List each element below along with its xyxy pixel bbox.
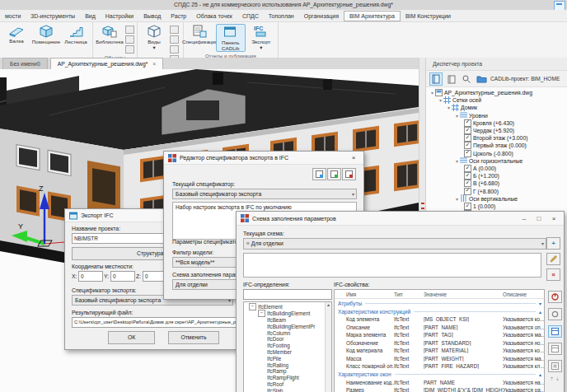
column-header-Тип[interactable]: Тип xyxy=(394,292,424,297)
collapse-icon[interactable]: − xyxy=(258,310,265,317)
mini-tool-icon[interactable] xyxy=(125,45,134,54)
ifc-tree-item-IfcDoor[interactable]: IfcDoor xyxy=(246,336,331,343)
result-file-input[interactable]: C:\Users\cpr_user\Desktop\Работа\Домик д… xyxy=(72,317,238,328)
collapse-icon[interactable]: ▴ xyxy=(539,371,541,377)
ribbon-button-Спецификации[interactable]: Спецификации xyxy=(186,24,214,45)
ifc-tree-item-IfcBeam[interactable]: IfcBeam xyxy=(246,317,331,324)
column-header-Значение[interactable]: Значение xyxy=(424,292,503,297)
chevron-down-icon[interactable]: ▾ xyxy=(439,97,442,103)
visibility-checkbox[interactable] xyxy=(464,165,471,172)
ifc-properties-table[interactable]: ИмяТипЗначениеОписаниеАтрибуты▾Характери… xyxy=(334,289,545,392)
menu-item-Растр[interactable]: Растр xyxy=(166,11,191,21)
ifc-definitions-tree[interactable]: −IfcElement−IfcBuildingElementIfcBeamIfc… xyxy=(243,301,332,392)
delete-property-icon[interactable] xyxy=(548,360,562,372)
edit-property-icon[interactable] xyxy=(548,343,562,355)
property-row-Марка элемента[interactable]: Марка элементаIfcText[PART_TAG]Указывает… xyxy=(335,331,544,339)
visibility-checkbox[interactable] xyxy=(464,134,471,142)
chevron-down-icon[interactable]: ▾ xyxy=(456,196,458,202)
chevron-down-icon[interactable]: ▾ xyxy=(456,158,458,164)
definitions-search-input[interactable] xyxy=(243,289,332,300)
search-icon[interactable] xyxy=(461,73,472,85)
tree-row-Уровни[interactable]: ▾Уровни xyxy=(456,112,488,119)
scheme-dialog-titlebar[interactable]: Схема заполнения параметров – □ × xyxy=(237,212,564,226)
tree-row-Первый этаж (0.000)[interactable]: Первый этаж (0.000) xyxy=(464,142,527,149)
tree-row-Оси горизонтальные[interactable]: ▾Оси горизонтальные xyxy=(456,157,522,165)
ifc-tree-item-IfcColumn[interactable]: IfcColumn xyxy=(246,329,331,336)
ifc-tree-item-IfcSlab[interactable]: IfcSlab xyxy=(246,387,331,392)
ribbon-button-Библиотека[interactable]: Библиотека xyxy=(96,24,124,45)
column-header-Имя[interactable]: Имя xyxy=(346,292,394,297)
property-row-Размер[interactable]: РазмерIfcText[DIM_WIDTH] &"x"& [DIM_HEIG… xyxy=(335,386,544,392)
tree-row-Чердак (+5.920)[interactable]: Чердак (+5.920) xyxy=(464,127,514,134)
menu-item-Организация[interactable]: Организация xyxy=(299,11,344,21)
ifc-tree-item-IfcRamp[interactable]: IfcRamp xyxy=(246,368,331,375)
column-header-Описание[interactable]: Описание xyxy=(503,292,544,297)
add-scheme-icon[interactable]: + xyxy=(546,237,560,250)
ifc-tree-item-IfcRailing[interactable]: IfcRailing xyxy=(246,362,331,368)
mini-tool-icon[interactable] xyxy=(170,45,179,54)
menu-item-мости[interactable]: мости xyxy=(0,11,26,21)
tab-close-icon[interactable]: × xyxy=(152,61,156,67)
project-book-icon[interactable] xyxy=(429,72,443,86)
visibility-checkbox[interactable] xyxy=(464,172,471,180)
tree-row-Г (+8.800)[interactable]: Г (+8.800) xyxy=(464,188,499,195)
mini-tool-icon[interactable] xyxy=(125,26,134,34)
tree-row-Домик[interactable]: ▾Домик xyxy=(448,104,477,111)
property-section-Характеристики конструкций[interactable]: Характеристики конструкций▴ xyxy=(335,307,544,315)
tree-row-Оси вертикальные[interactable]: ▾Оси вертикальные xyxy=(456,195,518,203)
ifc-tree-item-IfcBuildingElement[interactable]: −IfcBuildingElement xyxy=(246,310,331,317)
property-row-Класс пожарной оп...[interactable]: Класс пожарной оп...IfcText[PART_FIRE_HA… xyxy=(335,362,544,371)
ribbon-button-Виды[interactable]: Виды ▾ xyxy=(140,24,168,50)
expand-icon[interactable]: ▾ xyxy=(539,301,541,306)
minimize-icon[interactable]: – xyxy=(518,213,530,224)
menu-item-BIM Конструкции[interactable]: BIM Конструкции xyxy=(401,11,456,21)
tree-row-В (+6.680)[interactable]: В (+6.680) xyxy=(464,180,499,187)
edit-scheme-icon[interactable] xyxy=(546,253,560,265)
collapse-icon[interactable]: ▴ xyxy=(539,309,541,315)
delete-scheme-icon[interactable]: × xyxy=(546,268,560,281)
tree-row-Кровля (+6.430)[interactable]: Кровля (+6.430) xyxy=(464,119,514,127)
property-section-Характеристики окон[interactable]: Характеристики окон▴ xyxy=(335,371,544,379)
ifc-tree-item-IfcPile[interactable]: IfcPile xyxy=(246,355,331,362)
maximize-icon[interactable]: □ xyxy=(533,213,545,224)
menu-item-СПДС[interactable]: СПДС xyxy=(237,11,264,21)
visibility-checkbox[interactable] xyxy=(464,180,471,187)
tree-row-Второй этаж (+3.000)[interactable]: Второй этаж (+3.000) xyxy=(464,134,527,142)
menu-item-Топоплан[interactable]: Топоплан xyxy=(264,11,299,21)
mini-tool-icon[interactable] xyxy=(170,35,179,44)
property-section-Атрибуты[interactable]: Атрибуты▾ xyxy=(335,299,544,307)
scheme-description-box[interactable] xyxy=(243,253,541,278)
ok-button[interactable]: ОК xyxy=(108,331,155,344)
menu-item-Облака точек[interactable]: Облака точек xyxy=(191,11,237,21)
cancel-button[interactable]: Отменить xyxy=(168,331,219,344)
visibility-checkbox[interactable] xyxy=(464,127,471,134)
ifc-tree-item-IfcBuildingElementPr[interactable]: IfcBuildingElementPr xyxy=(246,323,331,329)
collapse-icon[interactable]: − xyxy=(249,303,256,310)
menu-item-Вывод[interactable]: Вывод xyxy=(138,11,166,21)
editor-dialog-titlebar[interactable]: Редактор спецификатора экспорта в IFC × xyxy=(164,152,363,165)
spec-save-icon[interactable] xyxy=(312,168,326,180)
scroll-up-icon[interactable]: ▲ xyxy=(326,302,331,307)
tree-row-1 (0.000)[interactable]: 1 (0.000) xyxy=(464,203,495,210)
tree-row-Сетки осей[interactable]: ▾Сетки осей xyxy=(439,96,481,104)
visibility-checkbox[interactable] xyxy=(464,188,471,195)
ribbon-button-Экспорт[interactable]: IFCЭкспорт ▾ xyxy=(247,24,275,50)
ifc-tree-item-IfcFooting[interactable]: IfcFooting xyxy=(246,343,331,349)
spec-add-icon[interactable] xyxy=(327,168,341,180)
tree-row-Б (+1.200)[interactable]: Б (+1.200) xyxy=(464,172,499,180)
spec-delete-icon[interactable] xyxy=(342,168,356,180)
mini-tool-icon[interactable] xyxy=(170,26,179,34)
apply-model-icon[interactable] xyxy=(548,291,562,303)
sort-up-icon[interactable]: ⇡ xyxy=(550,376,554,381)
chevron-down-icon[interactable]: ▾ xyxy=(448,105,450,110)
property-row-Наименование код...[interactable]: Наименование код...IfcTextPART_NAMEУказы… xyxy=(335,379,544,387)
visibility-checkbox[interactable] xyxy=(464,119,471,127)
property-row-Масса[interactable]: МассаIfcText[PART_WEIGHT]Указывается ма.… xyxy=(335,355,544,363)
tree-row-AP_Архитектурные_решения.dwg[interactable]: ▾AP_Архитектурные_решения.dwg xyxy=(431,89,532,96)
tree-scrollbar[interactable]: ▲ xyxy=(325,302,331,392)
property-row-Описание[interactable]: ОписаниеIfcText[PART_NAME]Указывается оп… xyxy=(335,324,544,332)
current-spec-combobox[interactable]: Базовый спецификатор экспорта▾ xyxy=(172,189,357,199)
y-input[interactable]: 0 xyxy=(110,271,135,282)
document-tab[interactable]: AP_Архитектурные_решения.dwg*× xyxy=(50,58,164,69)
property-row-Код материала[interactable]: Код материалаIfcText[PART_MATERIAL]Указы… xyxy=(335,347,544,355)
